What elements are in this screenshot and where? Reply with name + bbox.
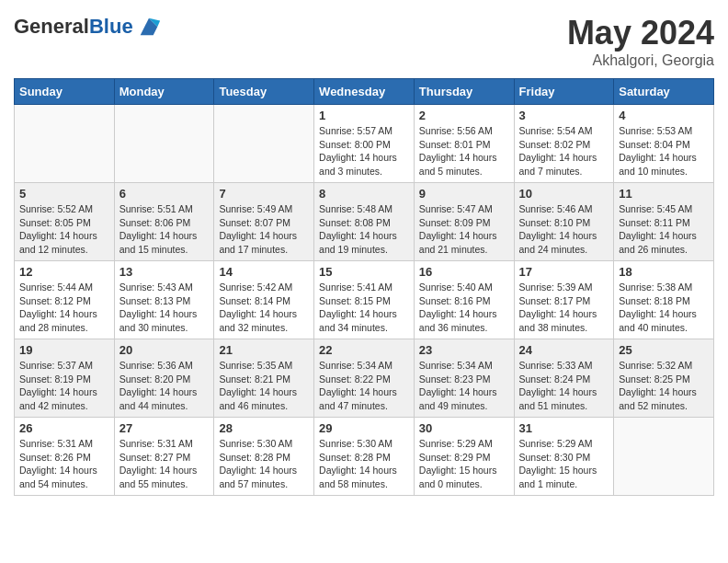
day-number: 27 xyxy=(119,421,210,435)
day-info: Sunrise: 5:41 AMSunset: 8:15 PMDaylight:… xyxy=(319,281,409,335)
day-number: 11 xyxy=(619,187,709,201)
calendar-cell: 30Sunrise: 5:29 AMSunset: 8:29 PMDayligh… xyxy=(414,418,514,496)
calendar-cell: 9Sunrise: 5:47 AMSunset: 8:09 PMDaylight… xyxy=(414,183,514,261)
calendar-cell: 24Sunrise: 5:33 AMSunset: 8:24 PMDayligh… xyxy=(514,339,614,418)
calendar-cell: 31Sunrise: 5:29 AMSunset: 8:30 PMDayligh… xyxy=(514,418,614,496)
weekday-header-row: SundayMondayTuesdayWednesdayThursdayFrid… xyxy=(15,79,714,105)
day-number: 7 xyxy=(219,187,309,201)
day-number: 5 xyxy=(19,187,109,201)
calendar-cell: 11Sunrise: 5:45 AMSunset: 8:11 PMDayligh… xyxy=(614,183,714,261)
day-info: Sunrise: 5:45 AMSunset: 8:11 PMDaylight:… xyxy=(619,202,709,257)
day-number: 31 xyxy=(519,421,609,435)
weekday-header: Wednesday xyxy=(314,79,415,105)
calendar-cell: 25Sunrise: 5:32 AMSunset: 8:25 PMDayligh… xyxy=(614,339,714,418)
day-number: 12 xyxy=(19,265,109,279)
day-info: Sunrise: 5:29 AMSunset: 8:30 PMDaylight:… xyxy=(519,437,609,491)
day-info: Sunrise: 5:57 AMSunset: 8:00 PMDaylight:… xyxy=(319,124,409,178)
day-info: Sunrise: 5:43 AMSunset: 8:13 PMDaylight:… xyxy=(119,281,210,335)
month-title: May 2024 xyxy=(567,14,714,52)
day-number: 24 xyxy=(519,343,609,357)
day-number: 6 xyxy=(119,187,210,201)
page-header: GeneralBlue May 2024 Akhalgori, Georgia xyxy=(14,14,714,69)
calendar-week-row: 26Sunrise: 5:31 AMSunset: 8:26 PMDayligh… xyxy=(15,418,714,496)
weekday-header: Friday xyxy=(514,79,614,105)
day-number: 1 xyxy=(319,109,409,122)
calendar-cell xyxy=(15,105,115,183)
calendar-cell: 17Sunrise: 5:39 AMSunset: 8:17 PMDayligh… xyxy=(514,261,614,339)
calendar-cell: 12Sunrise: 5:44 AMSunset: 8:12 PMDayligh… xyxy=(15,261,115,339)
calendar-cell: 26Sunrise: 5:31 AMSunset: 8:26 PMDayligh… xyxy=(15,418,115,496)
calendar-cell: 3Sunrise: 5:54 AMSunset: 8:02 PMDaylight… xyxy=(514,105,614,183)
day-info: Sunrise: 5:53 AMSunset: 8:04 PMDaylight:… xyxy=(619,124,709,178)
day-info: Sunrise: 5:31 AMSunset: 8:27 PMDaylight:… xyxy=(119,437,210,491)
calendar-cell xyxy=(114,105,214,183)
logo-blue-text: Blue xyxy=(89,15,133,38)
day-info: Sunrise: 5:37 AMSunset: 8:19 PMDaylight:… xyxy=(19,359,109,413)
calendar-cell: 29Sunrise: 5:30 AMSunset: 8:28 PMDayligh… xyxy=(314,418,415,496)
day-info: Sunrise: 5:38 AMSunset: 8:18 PMDaylight:… xyxy=(619,281,709,335)
day-number: 22 xyxy=(319,343,409,357)
day-info: Sunrise: 5:39 AMSunset: 8:17 PMDaylight:… xyxy=(519,281,609,335)
day-info: Sunrise: 5:42 AMSunset: 8:14 PMDaylight:… xyxy=(219,281,309,335)
calendar-cell: 8Sunrise: 5:48 AMSunset: 8:08 PMDaylight… xyxy=(314,183,415,261)
calendar-cell: 13Sunrise: 5:43 AMSunset: 8:13 PMDayligh… xyxy=(114,261,214,339)
calendar-cell: 10Sunrise: 5:46 AMSunset: 8:10 PMDayligh… xyxy=(514,183,614,261)
calendar-cell: 19Sunrise: 5:37 AMSunset: 8:19 PMDayligh… xyxy=(15,339,115,418)
title-block: May 2024 Akhalgori, Georgia xyxy=(567,14,714,69)
day-info: Sunrise: 5:29 AMSunset: 8:29 PMDaylight:… xyxy=(419,437,509,491)
day-info: Sunrise: 5:33 AMSunset: 8:24 PMDaylight:… xyxy=(519,359,609,413)
calendar-cell: 6Sunrise: 5:51 AMSunset: 8:06 PMDaylight… xyxy=(114,183,214,261)
day-info: Sunrise: 5:44 AMSunset: 8:12 PMDaylight:… xyxy=(19,281,109,335)
day-info: Sunrise: 5:47 AMSunset: 8:09 PMDaylight:… xyxy=(419,202,509,257)
calendar-cell: 2Sunrise: 5:56 AMSunset: 8:01 PMDaylight… xyxy=(414,105,514,183)
day-info: Sunrise: 5:46 AMSunset: 8:10 PMDaylight:… xyxy=(519,202,609,257)
calendar-cell: 20Sunrise: 5:36 AMSunset: 8:20 PMDayligh… xyxy=(114,339,214,418)
weekday-header: Sunday xyxy=(15,79,115,105)
calendar-cell xyxy=(214,105,314,183)
day-info: Sunrise: 5:36 AMSunset: 8:20 PMDaylight:… xyxy=(119,359,210,413)
day-info: Sunrise: 5:34 AMSunset: 8:23 PMDaylight:… xyxy=(419,359,509,413)
logo: GeneralBlue xyxy=(14,14,162,40)
day-number: 3 xyxy=(519,109,609,122)
calendar-cell: 14Sunrise: 5:42 AMSunset: 8:14 PMDayligh… xyxy=(214,261,314,339)
day-info: Sunrise: 5:31 AMSunset: 8:26 PMDaylight:… xyxy=(19,437,109,491)
location-title: Akhalgori, Georgia xyxy=(567,52,714,69)
day-number: 23 xyxy=(419,343,509,357)
calendar-cell: 27Sunrise: 5:31 AMSunset: 8:27 PMDayligh… xyxy=(114,418,214,496)
day-number: 10 xyxy=(519,187,609,201)
calendar-cell: 28Sunrise: 5:30 AMSunset: 8:28 PMDayligh… xyxy=(214,418,314,496)
calendar-table: SundayMondayTuesdayWednesdayThursdayFrid… xyxy=(14,78,714,496)
weekday-header: Monday xyxy=(114,79,214,105)
calendar-cell: 16Sunrise: 5:40 AMSunset: 8:16 PMDayligh… xyxy=(414,261,514,339)
day-info: Sunrise: 5:51 AMSunset: 8:06 PMDaylight:… xyxy=(119,202,210,257)
calendar-cell: 4Sunrise: 5:53 AMSunset: 8:04 PMDaylight… xyxy=(614,105,714,183)
day-number: 4 xyxy=(619,109,709,122)
day-info: Sunrise: 5:56 AMSunset: 8:01 PMDaylight:… xyxy=(419,124,509,178)
calendar-cell: 23Sunrise: 5:34 AMSunset: 8:23 PMDayligh… xyxy=(414,339,514,418)
day-info: Sunrise: 5:48 AMSunset: 8:08 PMDaylight:… xyxy=(319,202,409,257)
calendar-cell: 5Sunrise: 5:52 AMSunset: 8:05 PMDaylight… xyxy=(15,183,115,261)
day-number: 8 xyxy=(319,187,409,201)
day-number: 14 xyxy=(219,265,309,279)
day-info: Sunrise: 5:49 AMSunset: 8:07 PMDaylight:… xyxy=(219,202,309,257)
calendar-cell: 21Sunrise: 5:35 AMSunset: 8:21 PMDayligh… xyxy=(214,339,314,418)
day-number: 2 xyxy=(419,109,509,122)
day-number: 15 xyxy=(319,265,409,279)
day-number: 25 xyxy=(619,343,709,357)
day-number: 18 xyxy=(619,265,709,279)
day-info: Sunrise: 5:30 AMSunset: 8:28 PMDaylight:… xyxy=(319,437,409,491)
calendar-cell xyxy=(614,418,714,496)
calendar-cell: 7Sunrise: 5:49 AMSunset: 8:07 PMDaylight… xyxy=(214,183,314,261)
calendar-week-row: 12Sunrise: 5:44 AMSunset: 8:12 PMDayligh… xyxy=(15,261,714,339)
day-info: Sunrise: 5:32 AMSunset: 8:25 PMDaylight:… xyxy=(619,359,709,413)
calendar-cell: 15Sunrise: 5:41 AMSunset: 8:15 PMDayligh… xyxy=(314,261,415,339)
day-number: 28 xyxy=(219,421,309,435)
calendar-cell: 18Sunrise: 5:38 AMSunset: 8:18 PMDayligh… xyxy=(614,261,714,339)
day-info: Sunrise: 5:52 AMSunset: 8:05 PMDaylight:… xyxy=(19,202,109,257)
day-number: 29 xyxy=(319,421,409,435)
calendar-cell: 1Sunrise: 5:57 AMSunset: 8:00 PMDaylight… xyxy=(314,105,415,183)
day-info: Sunrise: 5:54 AMSunset: 8:02 PMDaylight:… xyxy=(519,124,609,178)
day-number: 19 xyxy=(19,343,109,357)
day-info: Sunrise: 5:30 AMSunset: 8:28 PMDaylight:… xyxy=(219,437,309,491)
weekday-header: Tuesday xyxy=(214,79,314,105)
